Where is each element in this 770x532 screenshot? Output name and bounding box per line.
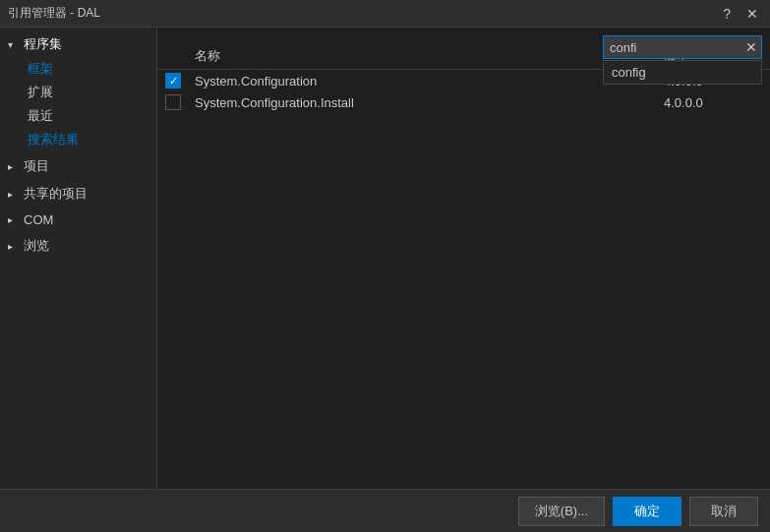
recent-label: 最近: [28, 108, 53, 123]
browse-button[interactable]: 浏览(B)...: [518, 497, 605, 526]
sidebar-group-shared-projects[interactable]: 共享的项目: [0, 181, 156, 207]
search-wrapper: ✕ config: [603, 35, 762, 59]
browse-label: 浏览: [24, 237, 49, 255]
row2-checkbox[interactable]: [165, 94, 181, 110]
com-chevron-icon: [8, 214, 20, 225]
ok-button[interactable]: 确定: [613, 497, 681, 526]
row2-checkbox-col: [165, 94, 195, 110]
search-results-label: 搜索结果: [28, 132, 79, 147]
search-clear-button[interactable]: ✕: [741, 40, 761, 54]
search-dropdown-item-config[interactable]: config: [604, 61, 761, 84]
search-dropdown: config: [603, 60, 762, 85]
extensions-label: 扩展: [28, 85, 53, 99]
sidebar-group-projects[interactable]: 项目: [0, 153, 156, 179]
search-input[interactable]: [604, 40, 741, 55]
sidebar-group-browse[interactable]: 浏览: [0, 233, 156, 259]
title-bar: 引用管理器 - DAL ? ✕: [0, 0, 770, 28]
row1-checkbox[interactable]: [165, 73, 181, 89]
sidebar-item-search-results[interactable]: 搜索结果: [20, 128, 156, 151]
assemblies-children: 框架 扩展 最近 搜索结果: [0, 57, 156, 151]
table-row[interactable]: System.Configuration.Install 4.0.0.0: [157, 91, 770, 113]
assemblies-label: 程序集: [24, 35, 62, 53]
search-dropdown-item-label: config: [612, 65, 646, 80]
sidebar: 程序集 框架 扩展 最近 搜索结果 项目: [0, 28, 157, 489]
content-area: ✕ config 名称 版本: [157, 28, 770, 489]
cancel-button[interactable]: 取消: [689, 497, 758, 526]
table-container: 名称 版本 System.Configuration 4.0.0.0: [157, 35, 770, 489]
sidebar-item-framework[interactable]: 框架: [20, 57, 156, 81]
close-button[interactable]: ✕: [742, 7, 762, 21]
row1-name: System.Configuration: [195, 74, 664, 89]
search-bar-container: ✕ config: [603, 35, 762, 59]
com-label: COM: [24, 212, 53, 227]
row2-name: System.Configuration.Install: [195, 95, 664, 110]
sidebar-section-projects: 项目: [0, 153, 156, 179]
shared-projects-label: 共享的项目: [24, 185, 88, 203]
framework-label: 框架: [28, 61, 53, 76]
main-area: 程序集 框架 扩展 最近 搜索结果 项目: [0, 28, 770, 489]
search-input-wrapper: ✕: [603, 35, 762, 59]
shared-projects-chevron-icon: [8, 189, 20, 200]
assemblies-chevron-icon: [8, 39, 20, 50]
footer: 浏览(B)... 确定 取消: [0, 489, 770, 532]
sidebar-section-assemblies: 程序集 框架 扩展 最近 搜索结果: [0, 31, 156, 151]
row2-version: 4.0.0.0: [664, 95, 762, 110]
sidebar-group-assemblies[interactable]: 程序集: [0, 31, 156, 57]
browse-chevron-icon: [8, 241, 20, 252]
help-button[interactable]: ?: [719, 7, 735, 21]
title-bar-controls: ? ✕: [719, 7, 762, 21]
row1-checkbox-col: [165, 73, 195, 89]
sidebar-section-shared-projects: 共享的项目: [0, 181, 156, 207]
sidebar-group-com[interactable]: COM: [0, 208, 156, 231]
sidebar-item-recent[interactable]: 最近: [20, 104, 156, 128]
title-bar-title: 引用管理器 - DAL: [8, 5, 100, 22]
sidebar-section-com: COM: [0, 208, 156, 231]
projects-label: 项目: [24, 157, 49, 175]
sidebar-item-extensions[interactable]: 扩展: [20, 81, 156, 104]
col-header-name: 名称: [195, 47, 664, 65]
sidebar-section-browse: 浏览: [0, 233, 156, 259]
projects-chevron-icon: [8, 161, 20, 172]
